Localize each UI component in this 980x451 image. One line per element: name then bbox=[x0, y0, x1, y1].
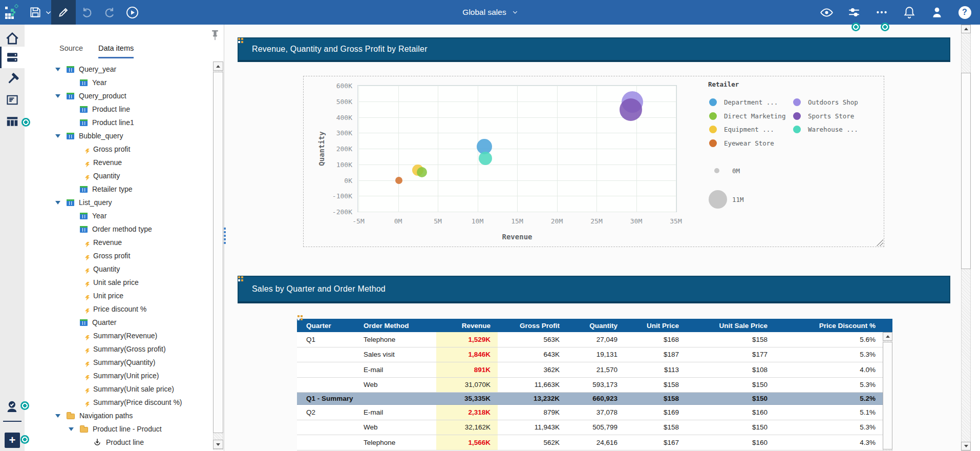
table-cell[interactable]: Q2 bbox=[297, 405, 354, 420]
tree-item-list-query[interactable]: List_query bbox=[26, 196, 212, 209]
column-header-gross-profit[interactable]: Gross Profit bbox=[498, 319, 567, 332]
column-header-order-method[interactable]: Order Method bbox=[354, 319, 436, 332]
table-cell[interactable]: $187 bbox=[625, 347, 686, 362]
table-cell[interactable]: 11,663K bbox=[498, 378, 567, 393]
summary-cell[interactable]: 5.2% bbox=[775, 393, 883, 404]
table-row[interactable]: Telephone1,566K562K24,616$167$1604.3% bbox=[297, 435, 892, 450]
undo-button[interactable] bbox=[76, 0, 98, 25]
filters-button[interactable] bbox=[843, 0, 865, 25]
table-cell[interactable]: $160 bbox=[686, 405, 775, 420]
table-cell[interactable]: 4.0% bbox=[775, 362, 883, 377]
chart-widget-handle[interactable] bbox=[238, 38, 244, 44]
tree-item-revenue[interactable]: Revenue bbox=[26, 236, 212, 249]
report-title-menu[interactable]: Global sales bbox=[462, 8, 517, 17]
redo-button[interactable] bbox=[98, 0, 121, 25]
table-widget-title-bar[interactable]: Sales by Quarter and Order Method bbox=[238, 276, 950, 303]
legend-item-warehouse-[interactable]: Warehouse ... bbox=[793, 126, 858, 133]
summary-cell[interactable]: 35,335K bbox=[436, 393, 498, 404]
table-cell[interactable]: 5.6% bbox=[775, 332, 883, 347]
table-cell[interactable]: E-mail bbox=[354, 405, 436, 420]
tree-item-product-line[interactable]: Product line bbox=[26, 102, 212, 116]
nav-queries[interactable] bbox=[0, 111, 25, 132]
tree-item-gross-profit[interactable]: Gross profit bbox=[26, 142, 212, 156]
table-row[interactable]: Sales visit1,846K643K19,131$187$1775.3% bbox=[297, 347, 892, 363]
hint-queries[interactable] bbox=[22, 118, 30, 127]
table-cell[interactable]: 2,318K bbox=[436, 405, 498, 420]
table-cell[interactable]: $158 bbox=[686, 332, 775, 347]
tree-item-summary-unit-price-[interactable]: Summary(Unit price) bbox=[26, 369, 212, 382]
hint-personal[interactable] bbox=[20, 401, 29, 410]
table-cell[interactable]: E-mail bbox=[354, 362, 436, 377]
table-cell[interactable]: 19,131 bbox=[567, 347, 625, 362]
table-cell[interactable]: $113 bbox=[625, 362, 686, 377]
table-cell[interactable]: 31,070K bbox=[436, 378, 498, 393]
table-cell[interactable]: 1,566K bbox=[436, 435, 498, 450]
expander-icon[interactable] bbox=[55, 414, 67, 418]
summary-cell[interactable]: $158 bbox=[625, 393, 686, 404]
tree-item-quantity[interactable]: Quantity bbox=[26, 169, 212, 182]
summary-cell[interactable]: $150 bbox=[686, 393, 775, 404]
bubble-direct-marketing[interactable] bbox=[417, 167, 427, 177]
expander-icon[interactable] bbox=[55, 201, 67, 204]
tree-item-query-product[interactable]: Query_product bbox=[26, 89, 212, 102]
canvas-scrollbar-up-button[interactable] bbox=[961, 25, 971, 33]
table-cell[interactable]: 1,529K bbox=[436, 332, 498, 347]
table-cell[interactable] bbox=[297, 420, 354, 435]
table-cell[interactable]: 5.1% bbox=[775, 405, 883, 420]
table-cell[interactable]: 563K bbox=[498, 332, 567, 347]
help-button[interactable]: ? bbox=[953, 0, 976, 25]
column-header-unit-price[interactable]: Unit Price bbox=[625, 319, 686, 332]
table-cell[interactable]: 891K bbox=[436, 362, 498, 377]
tree-item-unit-price[interactable]: Unit price bbox=[26, 289, 212, 302]
canvas-scrollbar-thumb[interactable] bbox=[961, 73, 971, 269]
legend-item-eyewear-store[interactable]: Eyewear Store bbox=[709, 139, 774, 147]
list-handle[interactable] bbox=[297, 315, 303, 321]
table-cell[interactable] bbox=[297, 378, 354, 393]
expander-icon[interactable] bbox=[55, 94, 67, 98]
tree-item-summary-quantity-[interactable]: Summary(Quantity) bbox=[26, 356, 212, 369]
table-row[interactable]: E-mail891K362K21,570$113$1084.0% bbox=[297, 362, 892, 378]
table-cell[interactable]: $168 bbox=[625, 332, 686, 347]
bubble-eyewear-store[interactable] bbox=[395, 177, 402, 184]
edit-mode-button[interactable] bbox=[51, 0, 76, 25]
pin-panel-icon[interactable] bbox=[210, 30, 221, 44]
summary-cell[interactable]: 13,232K bbox=[498, 393, 567, 404]
table-cell[interactable]: 593,173 bbox=[567, 378, 625, 393]
legend-item-equipment-[interactable]: Equipment ... bbox=[709, 126, 774, 133]
nav-home[interactable] bbox=[0, 28, 25, 49]
table-cell[interactable]: $160 bbox=[686, 435, 775, 450]
table-cell[interactable]: 37,078 bbox=[567, 405, 625, 420]
table-cell[interactable]: $167 bbox=[625, 435, 686, 450]
nav-add[interactable]: + bbox=[5, 433, 20, 448]
tree-item-query-year[interactable]: Query_year bbox=[26, 63, 212, 76]
legend-item-direct-marketing[interactable]: Direct Marketing bbox=[709, 112, 785, 120]
legend-item-department-[interactable]: Department ... bbox=[709, 98, 778, 106]
column-header-quantity[interactable]: Quantity bbox=[567, 319, 625, 332]
table-cell[interactable]: $169 bbox=[625, 405, 686, 420]
table-cell[interactable] bbox=[297, 347, 354, 362]
table-row[interactable]: Q1Telephone1,529K563K27,049$168$1585.6% bbox=[297, 332, 892, 347]
tree-item-product-line[interactable]: Product line bbox=[26, 436, 212, 449]
table-cell[interactable]: $108 bbox=[686, 362, 775, 377]
tree-item-year[interactable]: Year bbox=[26, 209, 212, 222]
table-widget-handle[interactable] bbox=[238, 276, 244, 282]
table-cell[interactable]: 879K bbox=[498, 405, 567, 420]
tab-source[interactable]: Source bbox=[59, 44, 83, 58]
panel-splitter-handle[interactable] bbox=[224, 242, 226, 244]
tree-item-navigation-paths[interactable]: Navigation paths bbox=[26, 409, 212, 422]
tree-item-quarter[interactable]: Quarter bbox=[26, 316, 212, 329]
legend-item-outdoors-shop[interactable]: Outdoors Shop bbox=[793, 98, 858, 106]
table-cell[interactable]: 643K bbox=[498, 347, 567, 362]
tree-item-summary-unit-sale-price-[interactable]: Summary(Unit sale price) bbox=[26, 382, 212, 396]
column-header-price-discount-[interactable]: Price Discount % bbox=[775, 319, 883, 332]
expander-icon[interactable] bbox=[55, 134, 67, 138]
table-cell[interactable]: $150 bbox=[686, 420, 775, 435]
tree-item-gross-profit[interactable]: Gross profit bbox=[26, 249, 212, 262]
table-cell[interactable] bbox=[297, 362, 354, 377]
hint-more-options[interactable] bbox=[881, 23, 889, 31]
expander-icon[interactable] bbox=[55, 68, 67, 71]
table-cell[interactable]: Web bbox=[354, 378, 436, 393]
tree-item-summary-gross-profit-[interactable]: Summary(Gross profit) bbox=[26, 342, 212, 356]
panel-splitter-handle[interactable] bbox=[224, 238, 226, 240]
table-cell[interactable]: $158 bbox=[625, 378, 686, 393]
